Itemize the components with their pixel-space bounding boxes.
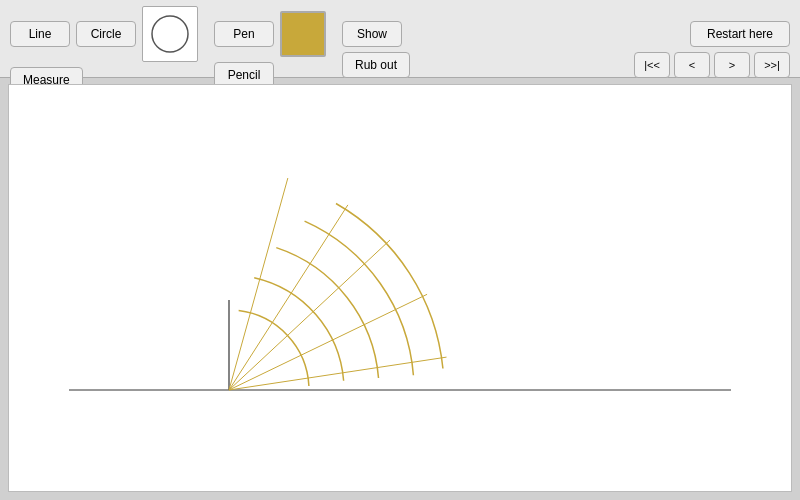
toolbar: Line Circle Measure Pen Pencil Show Rub … bbox=[0, 0, 800, 78]
show-button[interactable]: Show bbox=[342, 21, 402, 47]
restart-button[interactable]: Restart here bbox=[690, 21, 790, 47]
shape-tools-group: Line Circle Measure bbox=[10, 6, 198, 93]
nav-first-button[interactable]: |<< bbox=[634, 52, 670, 78]
nav-last-button[interactable]: >>| bbox=[754, 52, 790, 78]
line-button[interactable]: Line bbox=[10, 21, 70, 47]
nav-next-button[interactable]: > bbox=[714, 52, 750, 78]
drawing-canvas[interactable] bbox=[9, 85, 791, 491]
pen-button[interactable]: Pen bbox=[214, 21, 274, 47]
pen-tools-group: Pen Pencil bbox=[214, 11, 326, 88]
rubout-button[interactable]: Rub out bbox=[342, 52, 410, 78]
drawing-canvas-area[interactable] bbox=[8, 84, 792, 492]
navigation-group: Restart here |<< < > >>| bbox=[634, 21, 790, 78]
nav-prev-button[interactable]: < bbox=[674, 52, 710, 78]
svg-point-0 bbox=[152, 16, 188, 52]
color-swatch[interactable] bbox=[280, 11, 326, 57]
circle-preview bbox=[142, 6, 198, 62]
show-rubout-group: Show Rub out bbox=[342, 21, 410, 78]
circle-preview-svg bbox=[148, 12, 192, 56]
circle-button[interactable]: Circle bbox=[76, 21, 136, 47]
